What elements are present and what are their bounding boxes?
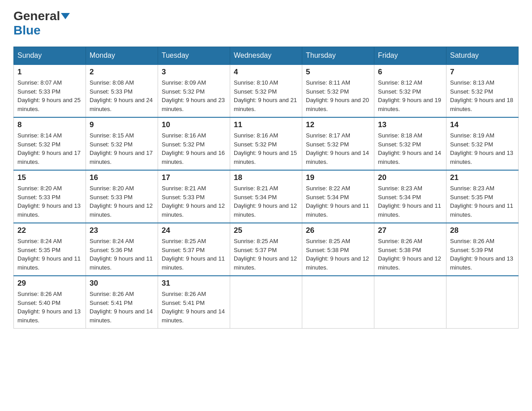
day-info: Sunrise: 8:19 AMSunset: 5:32 PMDaylight:…	[450, 131, 515, 166]
day-number: 31	[162, 279, 226, 288]
calendar-cell: 20 Sunrise: 8:23 AMSunset: 5:34 PMDaylig…	[374, 170, 446, 223]
day-number: 28	[450, 226, 515, 235]
calendar-cell: 21 Sunrise: 8:23 AMSunset: 5:35 PMDaylig…	[446, 170, 519, 223]
calendar-cell	[446, 276, 519, 329]
logo-general-text: General	[13, 9, 60, 23]
day-info: Sunrise: 8:10 AMSunset: 5:32 PMDaylight:…	[234, 78, 298, 113]
day-number: 21	[450, 173, 515, 182]
calendar-cell: 13 Sunrise: 8:18 AMSunset: 5:32 PMDaylig…	[374, 117, 446, 170]
day-number: 17	[162, 173, 226, 182]
day-info: Sunrise: 8:24 AMSunset: 5:35 PMDaylight:…	[17, 237, 82, 272]
weekday-header-saturday: Saturday	[446, 47, 519, 65]
weekday-header-sunday: Sunday	[14, 47, 86, 65]
day-info: Sunrise: 8:09 AMSunset: 5:32 PMDaylight:…	[162, 78, 226, 113]
day-number: 7	[450, 68, 515, 77]
day-info: Sunrise: 8:25 AMSunset: 5:38 PMDaylight:…	[306, 237, 370, 272]
calendar-cell: 9 Sunrise: 8:15 AMSunset: 5:32 PMDayligh…	[86, 117, 158, 170]
day-number: 9	[90, 120, 154, 129]
day-info: Sunrise: 8:11 AMSunset: 5:32 PMDaylight:…	[306, 78, 370, 113]
day-number: 29	[17, 279, 82, 288]
weekday-header-thursday: Thursday	[302, 47, 374, 65]
weekday-header-monday: Monday	[86, 47, 158, 65]
calendar-cell: 1 Sunrise: 8:07 AMSunset: 5:33 PMDayligh…	[14, 64, 86, 117]
calendar-cell: 28 Sunrise: 8:26 AMSunset: 5:39 PMDaylig…	[446, 223, 519, 276]
day-info: Sunrise: 8:20 AMSunset: 5:33 PMDaylight:…	[17, 184, 82, 219]
weekday-header-tuesday: Tuesday	[158, 47, 230, 65]
weekday-header-friday: Friday	[374, 47, 446, 65]
calendar-cell: 11 Sunrise: 8:16 AMSunset: 5:32 PMDaylig…	[230, 117, 302, 170]
day-number: 3	[162, 68, 226, 77]
day-number: 27	[378, 226, 442, 235]
day-number: 15	[17, 173, 82, 182]
day-number: 23	[90, 226, 154, 235]
day-info: Sunrise: 8:08 AMSunset: 5:33 PMDaylight:…	[90, 78, 154, 113]
day-info: Sunrise: 8:20 AMSunset: 5:33 PMDaylight:…	[90, 184, 154, 219]
calendar-week-4: 22 Sunrise: 8:24 AMSunset: 5:35 PMDaylig…	[14, 223, 519, 276]
day-info: Sunrise: 8:26 AMSunset: 5:41 PMDaylight:…	[90, 290, 154, 325]
calendar-cell: 8 Sunrise: 8:14 AMSunset: 5:32 PMDayligh…	[14, 117, 86, 170]
day-number: 26	[306, 226, 370, 235]
day-info: Sunrise: 8:26 AMSunset: 5:41 PMDaylight:…	[162, 290, 226, 325]
calendar-cell: 10 Sunrise: 8:16 AMSunset: 5:32 PMDaylig…	[158, 117, 230, 170]
day-info: Sunrise: 8:17 AMSunset: 5:32 PMDaylight:…	[306, 131, 370, 166]
calendar-cell: 31 Sunrise: 8:26 AMSunset: 5:41 PMDaylig…	[158, 276, 230, 329]
calendar-week-1: 1 Sunrise: 8:07 AMSunset: 5:33 PMDayligh…	[14, 64, 519, 117]
day-number: 19	[306, 173, 370, 182]
day-info: Sunrise: 8:07 AMSunset: 5:33 PMDaylight:…	[17, 78, 82, 113]
day-number: 8	[17, 120, 82, 129]
day-info: Sunrise: 8:23 AMSunset: 5:34 PMDaylight:…	[378, 184, 442, 219]
calendar-cell: 26 Sunrise: 8:25 AMSunset: 5:38 PMDaylig…	[302, 223, 374, 276]
calendar-cell: 12 Sunrise: 8:17 AMSunset: 5:32 PMDaylig…	[302, 117, 374, 170]
calendar-cell: 3 Sunrise: 8:09 AMSunset: 5:32 PMDayligh…	[158, 64, 230, 117]
day-number: 22	[17, 226, 82, 235]
day-info: Sunrise: 8:26 AMSunset: 5:40 PMDaylight:…	[17, 290, 82, 325]
day-info: Sunrise: 8:25 AMSunset: 5:37 PMDaylight:…	[234, 237, 298, 272]
day-number: 5	[306, 68, 370, 77]
day-info: Sunrise: 8:25 AMSunset: 5:37 PMDaylight:…	[162, 237, 226, 272]
day-number: 1	[17, 68, 82, 77]
calendar-cell: 27 Sunrise: 8:26 AMSunset: 5:38 PMDaylig…	[374, 223, 446, 276]
day-info: Sunrise: 8:13 AMSunset: 5:32 PMDaylight:…	[450, 78, 515, 113]
calendar-cell: 19 Sunrise: 8:22 AMSunset: 5:34 PMDaylig…	[302, 170, 374, 223]
page-header: General Blue	[13, 9, 519, 38]
calendar-cell: 14 Sunrise: 8:19 AMSunset: 5:32 PMDaylig…	[446, 117, 519, 170]
day-info: Sunrise: 8:12 AMSunset: 5:32 PMDaylight:…	[378, 78, 442, 113]
day-number: 24	[162, 226, 226, 235]
calendar-cell: 25 Sunrise: 8:25 AMSunset: 5:37 PMDaylig…	[230, 223, 302, 276]
day-number: 25	[234, 226, 298, 235]
calendar-cell: 24 Sunrise: 8:25 AMSunset: 5:37 PMDaylig…	[158, 223, 230, 276]
day-info: Sunrise: 8:22 AMSunset: 5:34 PMDaylight:…	[306, 184, 370, 219]
calendar-week-3: 15 Sunrise: 8:20 AMSunset: 5:33 PMDaylig…	[14, 170, 519, 223]
calendar-body: 1 Sunrise: 8:07 AMSunset: 5:33 PMDayligh…	[14, 64, 519, 329]
day-number: 20	[378, 173, 442, 182]
calendar-cell: 29 Sunrise: 8:26 AMSunset: 5:40 PMDaylig…	[14, 276, 86, 329]
calendar-cell: 17 Sunrise: 8:21 AMSunset: 5:33 PMDaylig…	[158, 170, 230, 223]
day-info: Sunrise: 8:14 AMSunset: 5:32 PMDaylight:…	[17, 131, 82, 166]
calendar-header: SundayMondayTuesdayWednesdayThursdayFrid…	[14, 47, 519, 65]
day-number: 13	[378, 120, 442, 129]
calendar-cell: 16 Sunrise: 8:20 AMSunset: 5:33 PMDaylig…	[86, 170, 158, 223]
calendar-week-2: 8 Sunrise: 8:14 AMSunset: 5:32 PMDayligh…	[14, 117, 519, 170]
day-number: 16	[90, 173, 154, 182]
day-info: Sunrise: 8:21 AMSunset: 5:34 PMDaylight:…	[234, 184, 298, 219]
calendar-cell: 23 Sunrise: 8:24 AMSunset: 5:36 PMDaylig…	[86, 223, 158, 276]
calendar-cell: 30 Sunrise: 8:26 AMSunset: 5:41 PMDaylig…	[86, 276, 158, 329]
day-number: 12	[306, 120, 370, 129]
calendar-cell: 4 Sunrise: 8:10 AMSunset: 5:32 PMDayligh…	[230, 64, 302, 117]
calendar-cell: 22 Sunrise: 8:24 AMSunset: 5:35 PMDaylig…	[14, 223, 86, 276]
day-number: 4	[234, 68, 298, 77]
calendar-table: SundayMondayTuesdayWednesdayThursdayFrid…	[13, 47, 519, 329]
day-info: Sunrise: 8:18 AMSunset: 5:32 PMDaylight:…	[378, 131, 442, 166]
weekday-header-wednesday: Wednesday	[230, 47, 302, 65]
day-number: 2	[90, 68, 154, 77]
day-info: Sunrise: 8:15 AMSunset: 5:32 PMDaylight:…	[90, 131, 154, 166]
day-number: 10	[162, 120, 226, 129]
calendar-cell	[302, 276, 374, 329]
day-info: Sunrise: 8:26 AMSunset: 5:38 PMDaylight:…	[378, 237, 442, 272]
calendar-cell: 5 Sunrise: 8:11 AMSunset: 5:32 PMDayligh…	[302, 64, 374, 117]
calendar-cell: 18 Sunrise: 8:21 AMSunset: 5:34 PMDaylig…	[230, 170, 302, 223]
calendar-cell: 7 Sunrise: 8:13 AMSunset: 5:32 PMDayligh…	[446, 64, 519, 117]
day-info: Sunrise: 8:21 AMSunset: 5:33 PMDaylight:…	[162, 184, 226, 219]
day-number: 11	[234, 120, 298, 129]
day-info: Sunrise: 8:16 AMSunset: 5:32 PMDaylight:…	[162, 131, 226, 166]
